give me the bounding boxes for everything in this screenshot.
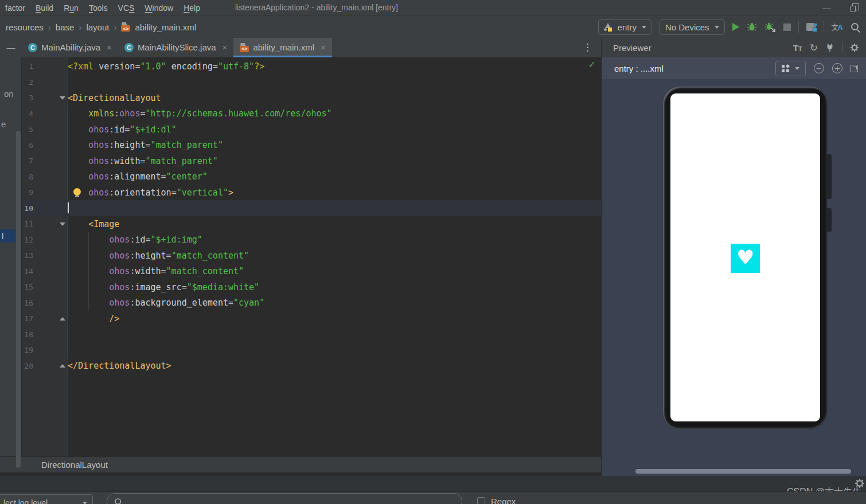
hide-tab-strip-button[interactable]: — (0, 38, 22, 57)
tab-MainAbilitySlice.java[interactable]: CMainAbilitySlice.java× (118, 38, 234, 57)
code-line-10[interactable]: 10 (22, 200, 601, 216)
line-number: 13 (22, 251, 33, 260)
inspect-icon[interactable] (825, 43, 834, 52)
gear-icon[interactable] (855, 478, 865, 489)
tree-item-selected[interactable]: l (0, 229, 15, 243)
menu-vcs[interactable]: VCS (113, 3, 140, 13)
preview-canvas[interactable]: ♥ (602, 79, 866, 476)
code-line-19[interactable]: 19 (22, 342, 601, 358)
inspection-ok-check-icon[interactable]: ✓ (588, 59, 596, 70)
tab-options-kebab-icon[interactable]: ⋮ (574, 38, 601, 57)
breadcrumb-item-file[interactable]: ability_main.xml (135, 22, 196, 32)
code-line-4[interactable]: 4 xmlns:ohos="http://schemas.huawei.com/… (22, 106, 601, 122)
code-line-8[interactable]: 8 ohos:alignment="center" (22, 169, 601, 185)
line-number: 8 (22, 173, 33, 181)
debug-button[interactable] (747, 22, 757, 32)
fold-marker-icon[interactable] (60, 222, 65, 226)
fold-marker-icon[interactable] (60, 364, 65, 368)
breadcrumb-separator: › (79, 22, 81, 32)
code-text (68, 342, 601, 358)
code-text: ohos:image_src="$media:white" (68, 279, 601, 295)
line-number: 18 (22, 330, 33, 339)
code-line-1[interactable]: 1<?xml version="1.0" encoding="utf-8"?> (22, 58, 601, 75)
minimize-button[interactable]: — (813, 0, 840, 15)
search-icon[interactable] (851, 22, 860, 32)
menu-factor[interactable]: factor (0, 3, 30, 13)
code-line-14[interactable]: 14 ohos:width="match_content" (22, 263, 601, 279)
code-line-12[interactable]: 12 ohos:id="$+id:img" (22, 232, 601, 248)
preview-horizontal-scrollbar[interactable] (635, 469, 851, 474)
line-number: 7 (22, 157, 33, 165)
code-line-5[interactable]: 5 ohos:id="$+id:dl" (22, 122, 601, 138)
refresh-icon[interactable]: ↻ (810, 42, 818, 53)
translate-icon[interactable]: 文A (832, 24, 843, 31)
run-config-selector[interactable]: entry (598, 19, 652, 35)
menu-build[interactable]: Build (30, 3, 58, 13)
editor-breadcrumb-item[interactable]: DirectionalLayout (41, 460, 108, 470)
preview-layout-button[interactable] (775, 61, 806, 76)
breadcrumb: resources›base›layout›<>ability_main.xml (6, 22, 196, 32)
breadcrumb-item[interactable]: layout (86, 22, 109, 32)
font-settings-icon[interactable]: TT (793, 43, 802, 53)
zoom-in-button[interactable]: + (832, 63, 842, 73)
fold-gutter (57, 222, 68, 226)
fullscreen-icon[interactable] (851, 65, 858, 72)
code-line-18[interactable]: 18 (22, 326, 601, 342)
tab-ability_main.xml[interactable]: <>ability_main.xml× (233, 38, 331, 57)
code-line-16[interactable]: 16 ohos:background_element="cyan" (22, 295, 601, 311)
breadcrumb-item[interactable]: resources (6, 22, 44, 32)
code-line-17[interactable]: 17 /> (22, 311, 601, 327)
menu-help[interactable]: Help (178, 3, 205, 13)
zoom-out-button[interactable]: − (814, 63, 824, 73)
code-line-9[interactable]: 9 ohos:orientation="vertical"> (22, 185, 601, 201)
code-line-7[interactable]: 7 ohos:width="match_parent" (22, 153, 601, 169)
code-text: ohos:height="match_content" (68, 248, 601, 264)
xml-file-icon: <> (240, 43, 249, 52)
intention-bulb-icon[interactable] (73, 188, 81, 196)
code-line-6[interactable]: 6 ohos:height="match_parent" (22, 137, 601, 153)
phone-mockup: ♥ (663, 87, 828, 429)
divider (842, 42, 842, 53)
bottom-toolbar: lect log level Regex (0, 491, 866, 504)
line-number: 19 (22, 346, 33, 354)
previewer-header: Previewer TT ↻ (602, 38, 866, 57)
project-tree-sliver[interactable]: on e l (0, 57, 22, 456)
code-line-2[interactable]: 2 (22, 74, 601, 90)
line-number: 15 (22, 283, 33, 291)
log-level-label: lect log level (3, 498, 48, 504)
fold-marker-icon[interactable] (60, 317, 65, 321)
image-element-preview: ♥ (731, 244, 760, 273)
menu-tools[interactable]: Tools (84, 3, 113, 13)
menu-run[interactable]: Run (58, 3, 84, 13)
log-level-selector[interactable]: lect log level (0, 494, 93, 504)
device-selector[interactable]: No Devices (660, 19, 725, 35)
close-tab-icon[interactable]: × (321, 42, 326, 52)
close-tab-icon[interactable]: × (107, 42, 112, 52)
log-search-input[interactable] (107, 493, 462, 504)
run-button[interactable] (732, 23, 739, 31)
project-structure-icon[interactable] (806, 23, 816, 31)
gear-icon[interactable] (850, 43, 859, 52)
phone-volume-button (826, 154, 832, 199)
run-config-label: entry (618, 22, 637, 32)
code-line-11[interactable]: 11 <Image (22, 216, 601, 232)
tab-MainAbility.java[interactable]: CMainAbility.java× (22, 38, 118, 57)
code-line-13[interactable]: 13 ohos:height="match_content" (22, 248, 601, 264)
editor-breadcrumb-bar: DirectionalLayout (0, 456, 601, 472)
restore-button[interactable] (840, 0, 866, 15)
fold-marker-icon[interactable] (60, 96, 65, 100)
code-line-20[interactable]: 20</DirectionalLayout> (22, 358, 601, 374)
tree-scrollbar[interactable] (16, 131, 21, 468)
breadcrumb-item[interactable]: base (56, 22, 75, 32)
code-text (68, 326, 601, 342)
attach-debugger-button[interactable] (764, 22, 776, 32)
close-tab-icon[interactable]: × (223, 42, 228, 52)
menu-window[interactable]: Window (139, 3, 178, 13)
code-line-3[interactable]: 3<DirectionalLayout (22, 90, 601, 106)
stop-button[interactable] (783, 24, 791, 31)
code-line-15[interactable]: 15 ohos:image_src="$media:white" (22, 279, 601, 295)
code-text (68, 74, 601, 90)
code-editor[interactable]: 1<?xml version="1.0" encoding="utf-8"?>2… (22, 57, 601, 456)
heart-icon: ♥ (736, 248, 754, 268)
regex-checkbox[interactable] (477, 497, 485, 504)
